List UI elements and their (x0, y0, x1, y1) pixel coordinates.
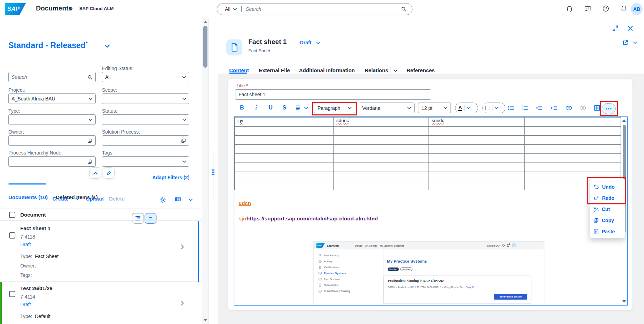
select-all-checkbox[interactable] (9, 212, 15, 218)
document-title[interactable]: Fact sheet 1 (20, 225, 51, 231)
help-icon[interactable] (602, 5, 609, 12)
menu-item-copy[interactable]: Copy (590, 215, 625, 226)
table-cell[interactable] (334, 154, 429, 163)
table-cell[interactable] (525, 136, 621, 145)
view-title-chevron-down-icon[interactable] (105, 45, 110, 48)
owner-input[interactable] (8, 135, 96, 146)
editor-table[interactable]: j jv sdunc` sundc (234, 117, 621, 190)
menu-item-paste[interactable]: Paste (590, 226, 625, 237)
adapt-filters-link[interactable]: Adapt Filters (2) (152, 175, 190, 180)
bold-button[interactable]: B (240, 103, 244, 112)
tab-additional-information[interactable]: Additional Information (299, 67, 355, 73)
editor-scroll-up-arrow[interactable] (622, 119, 626, 122)
tab-external-file[interactable]: External File (259, 67, 290, 73)
editor-link-url[interactable]: https://support.sap.com/en/alm/sap-cloud… (246, 216, 378, 221)
editor-overflow-button[interactable] (602, 103, 616, 114)
search-scope-chevron-down-icon[interactable] (233, 8, 237, 10)
outdent-icon[interactable] (535, 103, 542, 112)
chevron-right-icon[interactable] (181, 244, 184, 249)
editor-link-udcn[interactable]: udcn (239, 200, 251, 206)
table-cell[interactable] (235, 154, 334, 163)
text-align-chevron-down-icon[interactable] (304, 103, 308, 112)
close-icon[interactable] (628, 25, 633, 31)
font-size-select[interactable]: 12 pt (418, 103, 451, 113)
notifications-bell-icon[interactable] (620, 5, 628, 12)
detail-status[interactable]: Draft (300, 40, 312, 45)
delete-button[interactable]: Delete (109, 196, 125, 202)
filter-search-input[interactable] (8, 72, 96, 82)
support-headset-icon[interactable] (566, 5, 573, 12)
chevron-right-icon[interactable] (181, 301, 184, 306)
feedback-chat-icon[interactable] (584, 5, 591, 12)
table-cell[interactable] (235, 172, 334, 181)
underline-button[interactable]: U (269, 103, 273, 112)
tab-references[interactable]: References (407, 67, 435, 73)
table-cell[interactable] (334, 145, 429, 154)
chevron-down-icon[interactable] (467, 107, 470, 109)
table-cell[interactable] (429, 181, 525, 190)
sap-logo[interactable]: SAP (5, 3, 26, 15)
tab-documents[interactable]: Documents (10) (8, 194, 48, 200)
editor-scroll-down-arrow[interactable] (622, 300, 626, 303)
tags-select[interactable] (102, 156, 189, 167)
table-cell[interactable] (525, 118, 621, 127)
table-cell[interactable]: j jv (235, 118, 334, 127)
editing-status-select[interactable]: All (102, 72, 189, 82)
pin-filterbar-button[interactable] (103, 167, 115, 179)
export-table-icon[interactable] (175, 196, 181, 203)
status-select[interactable] (102, 114, 189, 125)
italic-button[interactable]: i (255, 103, 257, 112)
text-align-icon[interactable] (295, 103, 301, 112)
splitter-grip-dots[interactable] (212, 169, 213, 171)
scroll-down-arrow[interactable] (204, 319, 207, 322)
font-color-button[interactable]: A (455, 103, 478, 113)
tab-relations[interactable]: Relations (365, 67, 388, 73)
document-status-link[interactable]: Draft (20, 242, 31, 247)
search-scope-value[interactable]: All (225, 6, 230, 12)
table-cell[interactable] (429, 172, 525, 181)
shell-search[interactable]: All (217, 3, 412, 15)
toolbar-overflow-chevron-down-icon[interactable] (189, 198, 193, 201)
table-cell[interactable] (334, 127, 429, 136)
solution-process-input[interactable] (102, 135, 189, 146)
create-menu-chevron-down-icon[interactable] (75, 198, 79, 200)
create-button[interactable]: Create (52, 196, 69, 202)
scrollbar-thumb[interactable] (203, 26, 207, 68)
scope-select[interactable] (102, 93, 189, 104)
paragraph-style-select[interactable]: Paragraph (314, 103, 355, 113)
panel-splitter[interactable] (209, 18, 218, 324)
remove-link-icon[interactable] (579, 103, 586, 112)
document-row[interactable]: Fact sheet 1 7-4118 Draft Type: Fact She… (0, 221, 202, 282)
richtext-editor[interactable]: j jv sdunc` sundc udcn sjnhttps://supp (234, 116, 628, 306)
table-cell[interactable] (235, 136, 334, 145)
table-cell[interactable] (429, 136, 525, 145)
search-icon[interactable] (87, 75, 93, 80)
expand-fullscreen-icon[interactable] (612, 25, 619, 31)
table-cell[interactable] (235, 181, 334, 190)
table-cell[interactable] (235, 163, 334, 172)
insert-table-icon[interactable] (594, 103, 600, 112)
table-cell[interactable]: sdunc` (334, 118, 429, 127)
table-cell[interactable] (429, 127, 525, 136)
title-input[interactable] (235, 89, 431, 100)
menu-item-undo[interactable]: Undo (590, 181, 625, 193)
app-title-chevron-down-icon[interactable] (68, 8, 73, 10)
table-cell[interactable]: sundc (429, 118, 525, 127)
value-help-icon[interactable] (181, 138, 186, 143)
settings-gear-icon[interactable] (159, 196, 166, 203)
value-help-icon[interactable] (87, 138, 93, 143)
bullet-list-icon[interactable] (507, 103, 514, 112)
app-title[interactable]: Documents (36, 5, 72, 12)
font-family-select[interactable]: Verdana (359, 103, 415, 113)
table-cell[interactable] (525, 154, 621, 163)
editor-link-prefix[interactable]: sjn (239, 216, 246, 221)
menu-item-redo[interactable]: Redo (590, 193, 625, 204)
menu-item-cut[interactable]: Cut (590, 204, 625, 215)
view-title[interactable]: Standard - Released* (8, 40, 88, 50)
document-status-link[interactable]: Draft (20, 302, 31, 307)
document-row[interactable]: Test 26/01/29 7-4114 Draft Type: Default… (0, 282, 202, 324)
chevron-down-icon[interactable] (495, 107, 498, 109)
collapse-filters-button[interactable] (89, 167, 101, 179)
process-hierarchy-node-input[interactable] (8, 156, 96, 167)
table-cell[interactable] (429, 145, 525, 154)
